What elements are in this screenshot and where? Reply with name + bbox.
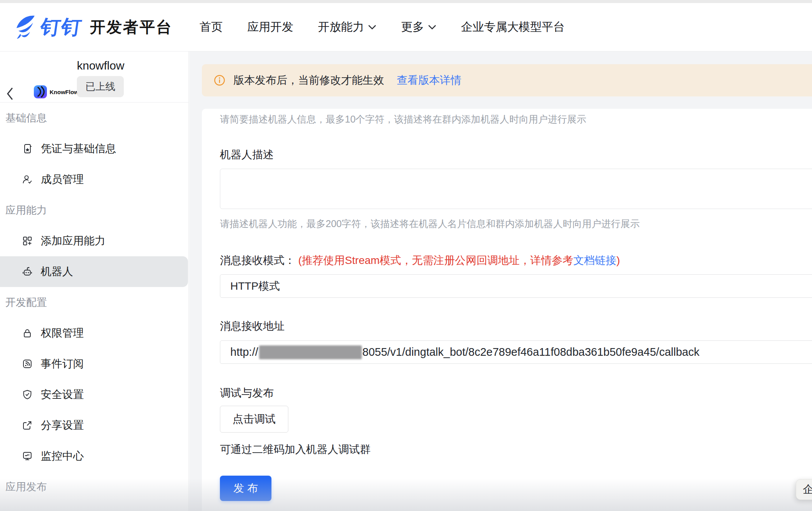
main-content: 版本发布后，当前修改才能生效 查看版本详情 请简要描述机器人信息，最多10个字符… bbox=[189, 51, 812, 511]
view-version-details-link[interactable]: 查看版本详情 bbox=[397, 73, 461, 88]
message-address-label: 消息接收地址 bbox=[220, 319, 285, 333]
dingtalk-brand-logo[interactable]: 钉钉 开发者平台 bbox=[15, 14, 173, 41]
sidebar-item-security[interactable]: 安全设置 bbox=[0, 379, 188, 410]
monitor-icon bbox=[22, 451, 33, 461]
brand-suffix: 开发者平台 bbox=[90, 17, 173, 38]
sidebar-item-permissions[interactable]: 权限管理 bbox=[0, 318, 188, 348]
window-top-strip bbox=[0, 0, 812, 3]
dingtalk-wing-icon bbox=[15, 15, 35, 40]
add-capability-icon bbox=[22, 236, 33, 246]
status-badge: 已上线 bbox=[77, 76, 124, 97]
robot-name-hint: 请简要描述机器人信息，最多10个字符，该描述将在群内添加机器人时向用户进行展示 bbox=[220, 113, 586, 126]
info-icon bbox=[214, 75, 225, 86]
redacted-url-segment bbox=[259, 345, 362, 359]
member-icon bbox=[22, 174, 33, 185]
nav-item-more[interactable]: 更多 bbox=[401, 19, 436, 35]
event-subscribe-icon bbox=[22, 358, 33, 369]
address-prefix: http:// bbox=[230, 346, 258, 358]
sidebar-section-app-release: 应用发布 bbox=[0, 471, 188, 502]
banner-text: 版本发布后，当前修改才能生效 bbox=[233, 73, 384, 88]
sidebar-item-sharing[interactable]: 分享设置 bbox=[0, 410, 188, 441]
debug-publish-label: 调试与发布 bbox=[220, 386, 274, 400]
sidebar-section-capabilities: 应用能力 bbox=[0, 195, 188, 226]
share-icon bbox=[22, 420, 33, 431]
credential-card-icon bbox=[22, 143, 33, 154]
mode-note-prefix: (推荐使用Stream模式，无需注册公网回调地址，详情参考 bbox=[298, 254, 574, 266]
qr-join-hint: 可通过二维码加入机器人调试群 bbox=[220, 442, 371, 457]
sidebar: KnowFlow knowflow 已上线 基础信息 凭证与基础信息 成员管理 … bbox=[0, 51, 189, 511]
floating-enterprise-widget[interactable]: 企 bbox=[796, 479, 812, 500]
brand-name-cn: 钉钉 bbox=[39, 14, 84, 41]
message-mode-select[interactable]: HTTP模式 bbox=[220, 274, 812, 298]
sidebar-item-event-subscription[interactable]: 事件订阅 bbox=[0, 348, 188, 379]
chevron-down-icon bbox=[428, 25, 436, 30]
publish-button[interactable]: 发 布 bbox=[220, 476, 271, 501]
message-mode-label-row: 消息接收模式： (推荐使用Stream模式，无需注册公网回调地址，详情参考文档链… bbox=[220, 253, 620, 268]
sidebar-item-monitor[interactable]: 监控中心 bbox=[0, 441, 188, 471]
back-chevron-icon[interactable] bbox=[6, 87, 14, 101]
nav-item-app-dev[interactable]: 应用开发 bbox=[247, 19, 293, 35]
robot-icon bbox=[22, 266, 33, 277]
chevron-down-icon bbox=[368, 25, 376, 30]
sidebar-app-header: KnowFlow knowflow 已上线 bbox=[0, 51, 188, 103]
app-title: knowflow bbox=[77, 59, 124, 72]
lock-icon bbox=[22, 328, 33, 338]
top-navbar: 钉钉 开发者平台 首页 应用开发 开放能力 更多 企业专属大模型平台 bbox=[0, 3, 812, 51]
app-logo-label: KnowFlow bbox=[50, 89, 78, 95]
knowflow-logo-icon bbox=[34, 85, 47, 98]
sidebar-item-robot[interactable]: 机器人 bbox=[0, 256, 188, 287]
nav-item-open-capability[interactable]: 开放能力 bbox=[318, 19, 376, 35]
nav-item-llm-platform[interactable]: 企业专属大模型平台 bbox=[461, 19, 565, 35]
sidebar-item-add-capability[interactable]: 添加应用能力 bbox=[0, 226, 188, 256]
debug-button[interactable]: 点击调试 bbox=[220, 406, 288, 433]
top-nav-items: 首页 应用开发 开放能力 更多 企业专属大模型平台 bbox=[200, 19, 565, 35]
sidebar-section-basic-info: 基础信息 bbox=[0, 103, 188, 133]
doc-link[interactable]: 文档链接 bbox=[573, 254, 616, 266]
robot-description-hint: 请描述机器人功能，最多200字符，该描述将在机器人名片信息和群内添加机器人时向用… bbox=[220, 217, 640, 230]
sidebar-section-dev-config: 开发配置 bbox=[0, 287, 188, 318]
robot-settings-card: 请简要描述机器人信息，最多10个字符，该描述将在群内添加机器人时向用户进行展示 … bbox=[202, 109, 812, 511]
robot-description-label: 机器人描述 bbox=[220, 148, 274, 162]
address-suffix: 8055/v1/dingtalk_bot/8c2e789ef46a11f08db… bbox=[363, 346, 700, 358]
robot-description-textarea[interactable] bbox=[220, 169, 812, 209]
version-notice-banner: 版本发布后，当前修改才能生效 查看版本详情 bbox=[202, 64, 812, 96]
shield-check-icon bbox=[22, 389, 33, 400]
message-mode-value: HTTP模式 bbox=[230, 279, 280, 294]
message-mode-label: 消息接收模式： bbox=[220, 254, 295, 266]
sidebar-item-credentials[interactable]: 凭证与基础信息 bbox=[0, 133, 188, 164]
sidebar-item-members[interactable]: 成员管理 bbox=[0, 164, 188, 195]
app-logo: KnowFlow bbox=[34, 85, 78, 98]
mode-note-suffix: ) bbox=[616, 254, 620, 266]
message-address-input[interactable]: http://8055/v1/dingtalk_bot/8c2e789ef46a… bbox=[220, 340, 812, 364]
sidebar-menu: 基础信息 凭证与基础信息 成员管理 应用能力 bbox=[0, 103, 188, 502]
nav-item-home[interactable]: 首页 bbox=[200, 19, 223, 35]
